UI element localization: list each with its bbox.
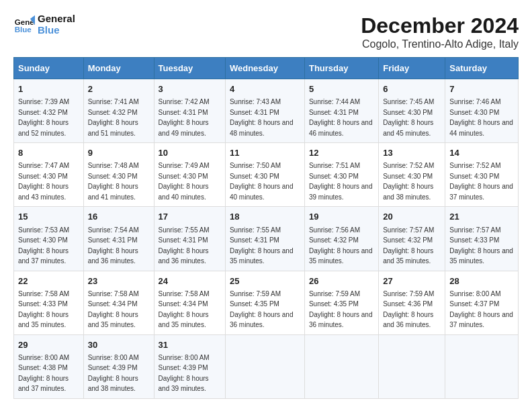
calendar-cell: 20Sunrise: 7:57 AMSunset: 4:32 PMDayligh… [379,207,445,271]
day-number: 28 [449,275,514,287]
calendar-cell: 9Sunrise: 7:48 AMSunset: 4:30 PMDaylight… [83,143,154,207]
calendar-cell: 21Sunrise: 7:57 AMSunset: 4:33 PMDayligh… [445,207,519,271]
calendar-cell: 3Sunrise: 7:42 AMSunset: 4:31 PMDaylight… [154,79,225,143]
day-info: Sunrise: 7:46 AMSunset: 4:30 PMDaylight:… [449,98,513,137]
calendar-cell: 15Sunrise: 7:53 AMSunset: 4:30 PMDayligh… [14,207,84,271]
calendar-cell: 23Sunrise: 7:58 AMSunset: 4:34 PMDayligh… [83,271,154,334]
calendar-cell: 19Sunrise: 7:56 AMSunset: 4:32 PMDayligh… [304,207,378,271]
day-number: 12 [309,147,374,159]
calendar-cell: 17Sunrise: 7:55 AMSunset: 4:31 PMDayligh… [154,207,225,271]
header-thursday: Thursday [304,58,378,79]
day-number: 10 [159,147,221,159]
logo: General Blue General Blue [13,13,75,36]
svg-text:Blue: Blue [15,25,32,33]
day-info: Sunrise: 7:48 AMSunset: 4:30 PMDaylight:… [88,162,139,201]
calendar-week-row: 29Sunrise: 8:00 AMSunset: 4:38 PMDayligh… [14,334,519,398]
calendar-cell [379,334,445,398]
calendar-cell: 13Sunrise: 7:52 AMSunset: 4:30 PMDayligh… [379,143,445,207]
calendar-week-row: 8Sunrise: 7:47 AMSunset: 4:30 PMDaylight… [14,143,519,207]
day-info: Sunrise: 7:43 AMSunset: 4:31 PMDaylight:… [230,98,294,137]
calendar-week-row: 1Sunrise: 7:39 AMSunset: 4:32 PMDaylight… [14,79,519,143]
logo-line2: Blue [38,25,75,36]
page-subtitle: Cogolo, Trentino-Alto Adige, Italy [361,38,519,50]
day-info: Sunrise: 7:59 AMSunset: 4:35 PMDaylight:… [309,290,373,329]
day-info: Sunrise: 7:54 AMSunset: 4:31 PMDaylight:… [88,226,139,265]
day-info: Sunrise: 8:00 AMSunset: 4:39 PMDaylight:… [159,354,210,393]
calendar-cell: 22Sunrise: 7:58 AMSunset: 4:33 PMDayligh… [14,271,84,334]
day-number: 31 [159,339,221,351]
day-number: 23 [88,275,150,287]
day-info: Sunrise: 7:58 AMSunset: 4:34 PMDaylight:… [88,290,139,329]
calendar-cell: 10Sunrise: 7:49 AMSunset: 4:30 PMDayligh… [154,143,225,207]
calendar-cell: 16Sunrise: 7:54 AMSunset: 4:31 PMDayligh… [83,207,154,271]
day-info: Sunrise: 7:53 AMSunset: 4:30 PMDaylight:… [18,226,69,265]
calendar-cell: 28Sunrise: 8:00 AMSunset: 4:37 PMDayligh… [445,271,519,334]
calendar-cell: 11Sunrise: 7:50 AMSunset: 4:30 PMDayligh… [225,143,304,207]
day-info: Sunrise: 7:47 AMSunset: 4:30 PMDaylight:… [18,162,69,201]
calendar-cell: 4Sunrise: 7:43 AMSunset: 4:31 PMDaylight… [225,79,304,143]
day-number: 21 [449,211,514,223]
page-title: December 2024 [361,13,519,38]
day-number: 19 [309,211,374,223]
day-number: 9 [88,147,150,159]
day-info: Sunrise: 7:59 AMSunset: 4:35 PMDaylight:… [230,290,294,329]
day-info: Sunrise: 7:41 AMSunset: 4:32 PMDaylight:… [88,98,139,137]
day-number: 6 [383,83,441,95]
day-number: 7 [449,83,514,95]
header-sunday: Sunday [14,58,84,79]
calendar-week-row: 15Sunrise: 7:53 AMSunset: 4:30 PMDayligh… [14,207,519,271]
calendar-cell: 26Sunrise: 7:59 AMSunset: 4:35 PMDayligh… [304,271,378,334]
calendar-cell: 2Sunrise: 7:41 AMSunset: 4:32 PMDaylight… [83,79,154,143]
day-info: Sunrise: 7:42 AMSunset: 4:31 PMDaylight:… [159,98,210,137]
day-number: 27 [383,275,441,287]
day-number: 15 [18,211,79,223]
day-info: Sunrise: 7:59 AMSunset: 4:36 PMDaylight:… [383,290,434,329]
title-section: December 2024 Cogolo, Trentino-Alto Adig… [361,13,519,50]
day-number: 14 [449,147,514,159]
day-info: Sunrise: 7:45 AMSunset: 4:30 PMDaylight:… [383,98,434,137]
calendar-cell: 5Sunrise: 7:44 AMSunset: 4:31 PMDaylight… [304,79,378,143]
day-number: 11 [230,147,300,159]
calendar-cell [225,334,304,398]
header-tuesday: Tuesday [154,58,225,79]
calendar-cell: 6Sunrise: 7:45 AMSunset: 4:30 PMDaylight… [379,79,445,143]
logo-icon: General Blue [13,14,35,36]
day-number: 29 [18,339,79,351]
calendar-week-row: 22Sunrise: 7:58 AMSunset: 4:33 PMDayligh… [14,271,519,334]
day-info: Sunrise: 8:00 AMSunset: 4:37 PMDaylight:… [449,290,513,329]
logo-line1: General [38,13,75,25]
calendar-cell: 18Sunrise: 7:55 AMSunset: 4:31 PMDayligh… [225,207,304,271]
day-info: Sunrise: 8:00 AMSunset: 4:38 PMDaylight:… [18,354,69,393]
day-number: 16 [88,211,150,223]
calendar-cell: 8Sunrise: 7:47 AMSunset: 4:30 PMDaylight… [14,143,84,207]
calendar-cell [304,334,378,398]
header-wednesday: Wednesday [225,58,304,79]
calendar-cell: 27Sunrise: 7:59 AMSunset: 4:36 PMDayligh… [379,271,445,334]
day-info: Sunrise: 7:39 AMSunset: 4:32 PMDaylight:… [18,98,69,137]
day-number: 22 [18,275,79,287]
header-saturday: Saturday [445,58,519,79]
day-info: Sunrise: 7:55 AMSunset: 4:31 PMDaylight:… [230,226,294,265]
day-number: 8 [18,147,79,159]
day-info: Sunrise: 7:55 AMSunset: 4:31 PMDaylight:… [159,226,210,265]
calendar-cell: 1Sunrise: 7:39 AMSunset: 4:32 PMDaylight… [14,79,84,143]
header-monday: Monday [83,58,154,79]
day-info: Sunrise: 8:00 AMSunset: 4:39 PMDaylight:… [88,354,139,393]
day-number: 24 [159,275,221,287]
day-info: Sunrise: 7:49 AMSunset: 4:30 PMDaylight:… [159,162,210,201]
day-number: 5 [309,83,374,95]
day-number: 25 [230,275,300,287]
day-number: 18 [230,211,300,223]
day-info: Sunrise: 7:51 AMSunset: 4:30 PMDaylight:… [309,162,373,201]
calendar-header-row: SundayMondayTuesdayWednesdayThursdayFrid… [14,58,519,79]
day-number: 3 [159,83,221,95]
day-info: Sunrise: 7:52 AMSunset: 4:30 PMDaylight:… [449,162,513,201]
day-info: Sunrise: 7:52 AMSunset: 4:30 PMDaylight:… [383,162,434,201]
day-number: 30 [88,339,150,351]
day-number: 4 [230,83,300,95]
calendar-cell [445,334,519,398]
day-number: 1 [18,83,79,95]
calendar-cell: 14Sunrise: 7:52 AMSunset: 4:30 PMDayligh… [445,143,519,207]
day-info: Sunrise: 7:58 AMSunset: 4:34 PMDaylight:… [159,290,210,329]
calendar-cell: 30Sunrise: 8:00 AMSunset: 4:39 PMDayligh… [83,334,154,398]
